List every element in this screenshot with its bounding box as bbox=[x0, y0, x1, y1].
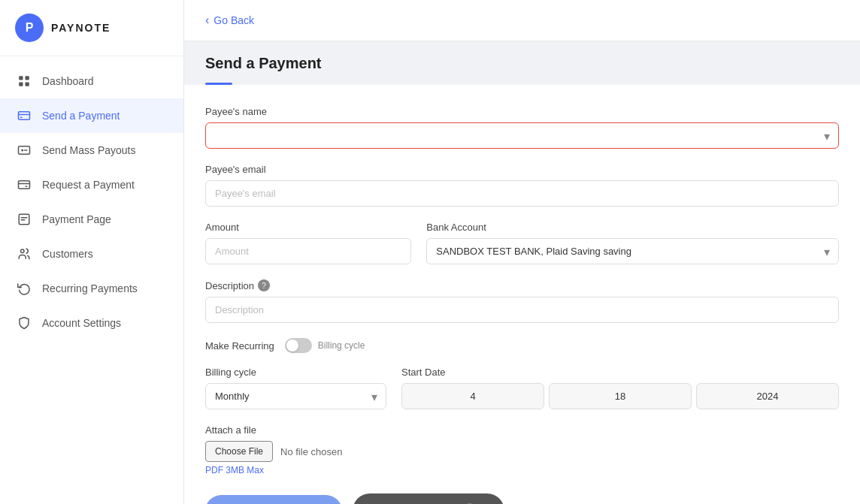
sidebar-item-send-mass-payouts[interactable]: Send Mass Payouts bbox=[0, 133, 183, 167]
dashboard-icon bbox=[17, 74, 32, 89]
toggle-wrapper: Billing cycle bbox=[285, 338, 365, 353]
go-back-arrow-icon: ‹ bbox=[205, 14, 209, 27]
send-check-button[interactable]: Send Check bbox=[205, 495, 342, 505]
page-header: Send a Payment bbox=[184, 41, 860, 85]
svg-rect-3 bbox=[26, 83, 29, 86]
payee-name-select-wrapper bbox=[205, 122, 839, 149]
billing-cycle-section: Billing cycle Monthly Weekly Bi-weekly Q… bbox=[205, 367, 386, 409]
description-help-icon[interactable]: ? bbox=[258, 279, 270, 291]
attach-file-label: Attach a file bbox=[205, 424, 839, 436]
recurring-payments-icon bbox=[17, 281, 32, 296]
customers-icon bbox=[17, 246, 32, 261]
billing-cycle-select[interactable]: Monthly Weekly Bi-weekly Quarterly Annua… bbox=[205, 383, 386, 409]
request-payment-icon bbox=[17, 177, 32, 192]
billing-start-row: Billing cycle Monthly Weekly Bi-weekly Q… bbox=[205, 367, 839, 409]
go-back-label: Go Back bbox=[213, 14, 254, 26]
sidebar-item-customers[interactable]: Customers bbox=[0, 237, 183, 271]
no-file-label: No file chosen bbox=[280, 446, 342, 457]
amount-bank-row: Amount Bank Account SANDBOX TEST BANK, P… bbox=[205, 222, 839, 279]
svg-point-11 bbox=[21, 249, 25, 253]
amount-group: Amount bbox=[205, 222, 411, 264]
sidebar-item-dashboard[interactable]: Dashboard bbox=[0, 64, 183, 98]
sidebar-label-send-payment: Send a Payment bbox=[42, 110, 120, 122]
description-group: Description ? bbox=[205, 279, 839, 323]
start-date-section: Start Date 4 18 2024 bbox=[401, 367, 839, 409]
sidebar-item-recurring-payments[interactable]: Recurring Payments bbox=[0, 271, 183, 306]
sidebar-label-customers: Customers bbox=[42, 248, 93, 260]
start-date-year-input[interactable]: 2024 bbox=[696, 383, 839, 409]
payment-page-icon bbox=[17, 212, 32, 227]
sidebar-label-payment-page: Payment Page bbox=[42, 213, 111, 225]
amount-input[interactable] bbox=[205, 238, 411, 264]
sidebar-label-recurring-payments: Recurring Payments bbox=[42, 282, 138, 294]
billing-cycle-label: Billing cycle bbox=[205, 367, 386, 378]
billing-cycle-select-wrapper: Monthly Weekly Bi-weekly Quarterly Annua… bbox=[205, 383, 386, 409]
topbar: ‹ Go Back bbox=[184, 0, 860, 41]
bank-account-select-wrapper: SANDBOX TEST BANK, Plaid Saving saving bbox=[426, 238, 839, 264]
logo-text: PAYNOTE bbox=[51, 22, 111, 34]
svg-rect-1 bbox=[26, 76, 29, 80]
sidebar-item-request-payment[interactable]: Request a Payment bbox=[0, 167, 183, 202]
go-back-button[interactable]: ‹ Go Back bbox=[205, 14, 839, 27]
svg-rect-0 bbox=[19, 76, 23, 80]
choose-file-button[interactable]: Choose File bbox=[205, 441, 273, 462]
sidebar: P PAYNOTE Dashboard Send a Payment Send … bbox=[0, 0, 184, 504]
svg-rect-4 bbox=[19, 112, 30, 120]
svg-rect-8 bbox=[19, 181, 30, 189]
description-input[interactable] bbox=[205, 297, 839, 323]
svg-rect-2 bbox=[19, 83, 23, 86]
payee-name-group: Payee's name bbox=[205, 106, 839, 149]
main-content: ‹ Go Back Send a Payment Payee's name Pa… bbox=[184, 0, 860, 504]
payee-email-group: Payee's email bbox=[205, 164, 839, 207]
content-area: Send a Payment Payee's name Payee's emai… bbox=[184, 41, 860, 504]
bank-account-select[interactable]: SANDBOX TEST BANK, Plaid Saving saving bbox=[426, 238, 839, 264]
payee-name-select[interactable] bbox=[205, 122, 839, 149]
payee-email-label: Payee's email bbox=[205, 164, 839, 175]
sidebar-item-payment-page[interactable]: Payment Page bbox=[0, 202, 183, 237]
amount-label: Amount bbox=[205, 222, 411, 233]
attach-file-section: Attach a file Choose File No file chosen… bbox=[205, 424, 839, 475]
mass-payout-icon bbox=[17, 143, 32, 158]
sidebar-item-account-settings[interactable]: Account Settings bbox=[0, 306, 183, 340]
sidebar-label-account-settings: Account Settings bbox=[42, 317, 121, 329]
toggle-knob bbox=[286, 340, 298, 352]
action-buttons: Send Check Direct Deposit ? bbox=[205, 493, 839, 504]
start-date-month-input[interactable]: 4 bbox=[401, 383, 544, 409]
toggle-label: Billing cycle bbox=[318, 340, 365, 351]
logo-icon: P bbox=[15, 14, 44, 42]
direct-deposit-button[interactable]: Direct Deposit ? bbox=[353, 493, 504, 504]
recurring-toggle[interactable] bbox=[285, 338, 312, 353]
sidebar-label-request-payment: Request a Payment bbox=[42, 179, 135, 191]
sidebar-label-mass-payouts: Send Mass Payouts bbox=[42, 144, 136, 156]
sidebar-item-send-payment[interactable]: Send a Payment bbox=[0, 98, 183, 133]
send-payment-icon bbox=[17, 108, 32, 123]
page-title: Send a Payment bbox=[205, 55, 839, 80]
make-recurring-label: Make Recurring bbox=[205, 340, 274, 352]
account-settings-icon bbox=[17, 315, 32, 330]
start-date-inputs: 4 18 2024 bbox=[401, 383, 839, 409]
svg-rect-9 bbox=[26, 186, 28, 188]
bank-account-label: Bank Account bbox=[426, 222, 839, 233]
file-hint: PDF 3MB Max bbox=[205, 465, 839, 475]
sidebar-label-dashboard: Dashboard bbox=[42, 75, 94, 87]
description-label: Description ? bbox=[205, 279, 839, 291]
payee-name-label: Payee's name bbox=[205, 106, 839, 117]
svg-point-7 bbox=[21, 149, 23, 152]
file-input-row: Choose File No file chosen bbox=[205, 441, 839, 462]
logo: P PAYNOTE bbox=[0, 0, 183, 56]
svg-rect-5 bbox=[20, 117, 23, 119]
sidebar-nav: Dashboard Send a Payment Send Mass Payou… bbox=[0, 56, 183, 348]
payee-email-input[interactable] bbox=[205, 180, 839, 207]
form-container: Payee's name Payee's email Amount bbox=[184, 85, 860, 504]
start-date-day-input[interactable]: 18 bbox=[549, 383, 692, 409]
start-date-label: Start Date bbox=[401, 367, 839, 378]
bank-account-group: Bank Account SANDBOX TEST BANK, Plaid Sa… bbox=[426, 222, 839, 264]
make-recurring-row: Make Recurring Billing cycle bbox=[205, 338, 839, 353]
